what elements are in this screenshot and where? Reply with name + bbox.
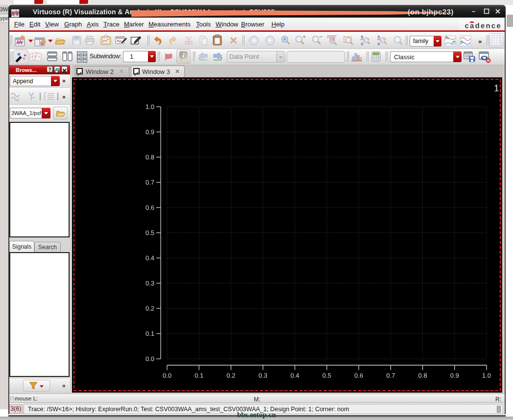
svg-text:i: i — [183, 51, 185, 59]
